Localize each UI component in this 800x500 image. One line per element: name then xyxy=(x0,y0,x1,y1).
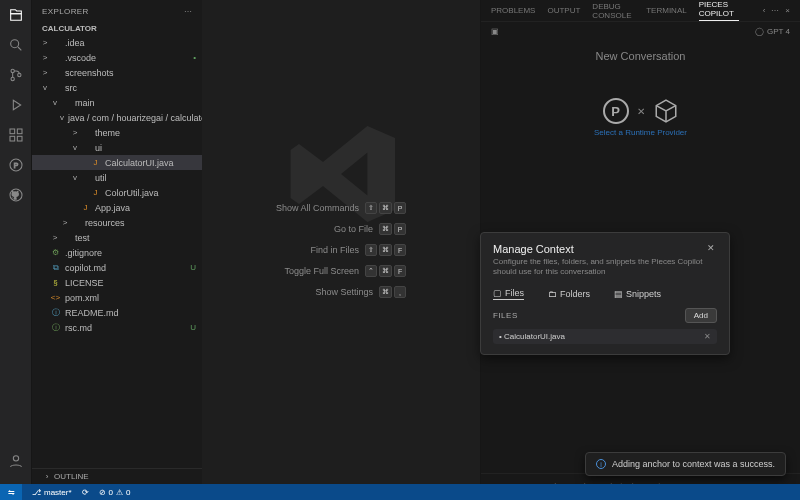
tree-label: rsc.md xyxy=(65,323,92,333)
pieces-icon[interactable]: P xyxy=(7,156,25,174)
keybind-key: F xyxy=(394,244,406,256)
tree-folder[interactable]: >.idea xyxy=(32,35,202,50)
folder-icon xyxy=(60,97,71,108)
accounts-icon[interactable] xyxy=(7,452,25,470)
folder-icon xyxy=(50,82,61,93)
add-button[interactable]: Add xyxy=(685,308,717,323)
keybind-key: P xyxy=(394,202,406,214)
tree-label: java / com / houarizegai / calculator xyxy=(68,113,202,123)
tree-file[interactable]: ⧉copilot.mdU xyxy=(32,260,202,275)
tree-label: resources xyxy=(85,218,125,228)
file-icon: ⓘ xyxy=(50,307,61,318)
file-icon: <> xyxy=(50,292,61,303)
file-icon: ⚙ xyxy=(50,247,61,258)
command-hint: Show Settings⌘, xyxy=(315,286,406,298)
panel-back-icon[interactable]: ‹ xyxy=(763,6,766,15)
svg-point-0 xyxy=(10,40,18,48)
panel-tab[interactable]: PIECES COPILOT xyxy=(699,0,739,21)
source-control-icon[interactable] xyxy=(7,66,25,84)
github-icon[interactable] xyxy=(7,186,25,204)
panel-more-icon[interactable]: ⋯ xyxy=(771,6,779,15)
tree-label: README.md xyxy=(65,308,119,318)
svg-point-1 xyxy=(11,69,14,72)
debug-icon[interactable] xyxy=(7,96,25,114)
tree-folder[interactable]: >screenshots xyxy=(32,65,202,80)
keybind-key: ⌘ xyxy=(379,286,392,298)
dialog-close-icon[interactable]: ✕ xyxy=(705,243,717,253)
file-icon: ⧉ xyxy=(50,262,61,273)
tree-folder[interactable]: vsrc xyxy=(32,80,202,95)
tree-folder[interactable]: vmain xyxy=(32,95,202,110)
panel-close-icon[interactable]: × xyxy=(785,6,790,15)
tree-folder[interactable]: vui xyxy=(32,140,202,155)
tree-folder[interactable]: vutil xyxy=(32,170,202,185)
explorer-icon[interactable] xyxy=(7,6,25,24)
context-file-chip: • CalculatorUI.java ✕ xyxy=(493,329,717,344)
folder-icon xyxy=(50,67,61,78)
tree-label: main xyxy=(75,98,95,108)
dialog-tab-snippets[interactable]: ▤ Snippets xyxy=(614,289,661,299)
panel-tab[interactable]: TERMINAL xyxy=(646,6,686,15)
file-icon: § xyxy=(50,277,61,288)
sidebar-more-icon[interactable]: ⋯ xyxy=(184,7,192,16)
keybind-key: ⇧ xyxy=(365,244,377,256)
tree-file[interactable]: JCalculatorUI.java xyxy=(32,155,202,170)
problems-indicator[interactable]: ⊘ 0 ⚠ 0 xyxy=(99,488,131,497)
tree-folder[interactable]: >resources xyxy=(32,215,202,230)
pieces-logo: P ✕ xyxy=(491,98,790,124)
tree-file[interactable]: ⓘREADME.md xyxy=(32,305,202,320)
branch-indicator[interactable]: ⎇ master* xyxy=(32,488,72,497)
tree-label: screenshots xyxy=(65,68,114,78)
editor-area: Show All Commands⇧⌘PGo to File⌘PFind in … xyxy=(202,0,480,500)
git-status-flag: U xyxy=(190,263,196,272)
panel-tab[interactable]: PROBLEMS xyxy=(491,6,535,15)
toast-message: Adding anchor to context was a success. xyxy=(612,459,775,469)
file-icon: J xyxy=(80,202,91,213)
svg-text:P: P xyxy=(13,162,18,169)
remote-icon[interactable]: ⇋ xyxy=(0,484,22,500)
keybind-key: P xyxy=(394,223,406,235)
outline-section[interactable]: ›OUTLINE xyxy=(32,468,202,484)
tree-file[interactable]: ⓘrsc.mdU xyxy=(32,320,202,335)
sync-icon[interactable]: ⟳ xyxy=(82,488,89,497)
command-hint: Show All Commands⇧⌘P xyxy=(276,202,406,214)
dialog-tab-folders[interactable]: 🗀 Folders xyxy=(548,289,590,299)
folder-icon xyxy=(50,37,61,48)
panel-tab[interactable]: DEBUG CONSOLE xyxy=(592,2,634,20)
tree-folder[interactable]: >theme xyxy=(32,125,202,140)
folder-icon xyxy=(70,217,81,228)
tree-file[interactable]: §LICENSE xyxy=(32,275,202,290)
status-bar: ⇋ ⎇ master* ⟳ ⊘ 0 ⚠ 0 xyxy=(0,484,800,500)
file-icon: J xyxy=(90,157,101,168)
tree-folder[interactable]: >test xyxy=(32,230,202,245)
manage-context-dialog: Manage Context Configure the files, fold… xyxy=(480,232,730,355)
project-name[interactable]: CALCULATOR xyxy=(32,22,202,35)
tree-file[interactable]: JApp.java xyxy=(32,200,202,215)
keybind-key: ⌘ xyxy=(379,265,392,277)
search-icon[interactable] xyxy=(7,36,25,54)
folder-icon xyxy=(80,142,91,153)
tree-label: src xyxy=(65,83,77,93)
svg-rect-4 xyxy=(10,129,15,134)
keybind-key: ⇧ xyxy=(365,202,377,214)
model-selector[interactable]: ◯ GPT 4 xyxy=(755,27,790,36)
layout-icon[interactable]: ▣ xyxy=(491,27,499,36)
info-icon: i xyxy=(596,459,606,469)
remove-file-icon[interactable]: ✕ xyxy=(704,332,711,341)
tree-folder[interactable]: vjava / com / houarizegai / calculator xyxy=(32,110,202,125)
tree-label: test xyxy=(75,233,90,243)
tree-label: theme xyxy=(95,128,120,138)
tree-file[interactable]: JColorUtil.java xyxy=(32,185,202,200)
tree-label: ColorUtil.java xyxy=(105,188,159,198)
dialog-title: Manage Context xyxy=(493,243,705,255)
dialog-tab-files[interactable]: ▢ Files xyxy=(493,288,524,300)
tree-folder[interactable]: >.vscode• xyxy=(32,50,202,65)
tree-file[interactable]: <>pom.xml xyxy=(32,290,202,305)
extensions-icon[interactable] xyxy=(7,126,25,144)
tree-label: LICENSE xyxy=(65,278,104,288)
svg-rect-5 xyxy=(17,129,22,134)
tree-file[interactable]: ⚙.gitignore xyxy=(32,245,202,260)
runtime-hint[interactable]: Select a Runtime Provider xyxy=(491,128,790,137)
context-file-name: CalculatorUI.java xyxy=(504,332,565,341)
panel-tab[interactable]: OUTPUT xyxy=(547,6,580,15)
